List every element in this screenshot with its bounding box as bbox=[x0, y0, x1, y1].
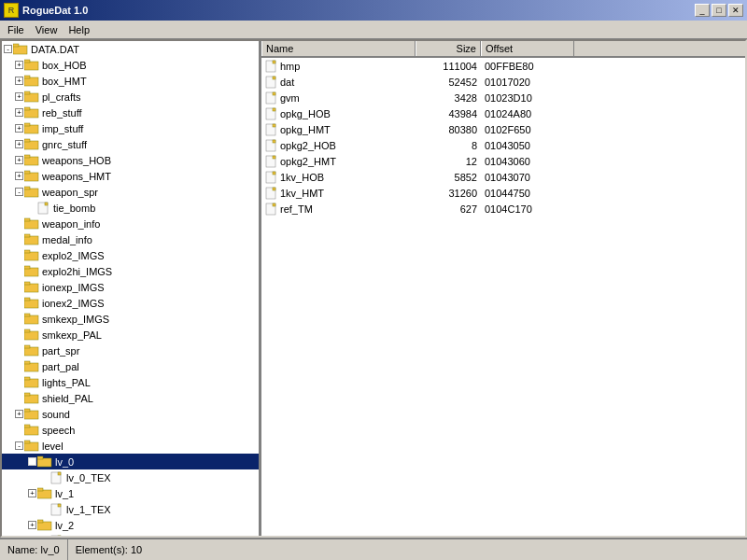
tree-label-box_HMT: box_HMT bbox=[42, 76, 87, 87]
tree-item-shield_PAL[interactable]: shield_PAL bbox=[2, 390, 259, 406]
tree-item-tie_bomb[interactable]: tie_bomb bbox=[2, 200, 259, 216]
list-row[interactable]: hmp11100400FFBE80 bbox=[261, 58, 745, 74]
expand-level[interactable]: - bbox=[15, 441, 23, 450]
list-row[interactable]: ref_TM6270104C170 bbox=[261, 201, 745, 217]
svg-rect-7 bbox=[24, 91, 30, 94]
title-bar-left: R RogueDat 1.0 bbox=[4, 3, 88, 18]
folder-icon-weapon_info bbox=[24, 217, 39, 230]
tree-item-lv_1_TEX[interactable]: lv_1_TEX bbox=[2, 501, 259, 517]
list-row[interactable]: 1kv_HMT3126001044750 bbox=[261, 185, 745, 201]
expand-lv_0[interactable]: + bbox=[28, 457, 36, 466]
tree-item-lights_PAL[interactable]: lights_PAL bbox=[2, 374, 259, 390]
tree-item-explo2hi_IMGS[interactable]: explo2hi_IMGS bbox=[2, 263, 259, 279]
svg-rect-41 bbox=[24, 361, 30, 364]
tree-item-DATA_DAT[interactable]: - DATA.DAT bbox=[2, 41, 259, 57]
minimize-button[interactable]: _ bbox=[695, 4, 710, 17]
expand-pl_crafts[interactable]: + bbox=[15, 92, 23, 101]
expand-weapon_spr[interactable]: - bbox=[15, 188, 23, 196]
list-header: Name Size Offset bbox=[261, 41, 745, 58]
expand-box_HMT[interactable]: + bbox=[15, 77, 23, 85]
expand-weapons_HMT[interactable]: + bbox=[15, 172, 23, 180]
tree-item-lv_0[interactable]: + lv_0 bbox=[2, 454, 259, 469]
tree-label-explo2hi_IMGS: explo2hi_IMGS bbox=[42, 266, 112, 277]
svg-rect-49 bbox=[24, 425, 30, 427]
list-cell-offset: 01024A80 bbox=[481, 108, 574, 119]
file-icon-lv_1_TEX bbox=[50, 503, 63, 516]
tree-item-medal_info[interactable]: medal_info bbox=[2, 231, 259, 247]
tree-item-sound[interactable]: + sound bbox=[2, 406, 259, 422]
svg-rect-31 bbox=[24, 282, 30, 285]
tree-item-lv_1[interactable]: + lv_1 bbox=[2, 485, 259, 501]
tree-item-speech[interactable]: speech bbox=[2, 422, 259, 438]
tree-label-DATA_DAT: DATA.DAT bbox=[31, 44, 79, 55]
col-header-size[interactable]: Size bbox=[416, 41, 481, 56]
tree-item-weapon_spr[interactable]: - weapon_spr bbox=[2, 184, 259, 200]
svg-rect-46 bbox=[24, 411, 38, 419]
svg-rect-52 bbox=[37, 458, 51, 467]
expand-weapons_HOB[interactable]: + bbox=[15, 156, 23, 164]
tree-item-explo2_IMGS[interactable]: explo2_IMGS bbox=[2, 247, 259, 263]
file-icon-list bbox=[265, 60, 278, 73]
list-row[interactable]: opkg_HOB4398401024A80 bbox=[261, 105, 745, 121]
list-cell-offset: 0102F650 bbox=[481, 124, 574, 135]
tree-item-lv_0_TEX[interactable]: lv_0_TEX bbox=[2, 469, 259, 485]
tree-item-pl_crafts[interactable]: + pl_crafts bbox=[2, 89, 259, 105]
col-header-offset[interactable]: Offset bbox=[481, 41, 574, 56]
tree-item-ionex2_IMGS[interactable]: ionex2_IMGS bbox=[2, 295, 259, 311]
expand-sound[interactable]: + bbox=[15, 410, 23, 418]
list-cell-offset: 01023D10 bbox=[481, 92, 574, 104]
list-row[interactable]: opkg_HMT803800102F650 bbox=[261, 121, 745, 137]
expand-gnrc_stuff[interactable]: + bbox=[15, 140, 23, 148]
file-icon-tie_bomb bbox=[37, 202, 50, 215]
folder-icon-lights_PAL bbox=[24, 376, 39, 388]
tree-item-lv_2[interactable]: + lv_2 bbox=[2, 517, 259, 533]
tree-item-ionexp_IMGS[interactable]: ionexp_IMGS bbox=[2, 279, 259, 295]
tree-item-level[interactable]: - level bbox=[2, 438, 259, 454]
folder-icon-smkexp_IMGS bbox=[24, 313, 39, 325]
tree-item-smkexp_PAL[interactable]: smkexp_PAL bbox=[2, 327, 259, 343]
menu-view[interactable]: View bbox=[30, 22, 63, 37]
tree-item-lv_2_TEX[interactable]: lv_2_TEX bbox=[2, 533, 259, 536]
menu-help[interactable]: Help bbox=[63, 22, 95, 37]
tree-item-gnrc_stuff[interactable]: + gnrc_stuff bbox=[2, 136, 259, 152]
tree-item-imp_stuff[interactable]: + imp_stuff bbox=[2, 120, 259, 136]
svg-rect-33 bbox=[24, 298, 30, 301]
svg-rect-10 bbox=[24, 125, 38, 133]
tree-item-box_HOB[interactable]: + box_HOB bbox=[2, 57, 259, 73]
list-cell-name-text: opkg_HOB bbox=[280, 108, 331, 119]
tree-item-weapons_HMT[interactable]: + weapons_HMT bbox=[2, 168, 259, 184]
svg-rect-26 bbox=[24, 252, 38, 260]
list-row[interactable]: gvm342801023D10 bbox=[261, 90, 745, 105]
close-button[interactable]: ✕ bbox=[728, 4, 743, 17]
expand-DATA_DAT[interactable]: - bbox=[4, 45, 12, 53]
tree-item-smkexp_IMGS[interactable]: smkexp_IMGS bbox=[2, 311, 259, 327]
tree-item-part_spr[interactable]: part_spr bbox=[2, 343, 259, 358]
list-row[interactable]: 1kv_HOB585201043070 bbox=[261, 169, 745, 185]
list-row[interactable]: opkg2_HOB801043050 bbox=[261, 137, 745, 153]
expand-box_HOB[interactable]: + bbox=[15, 61, 23, 69]
tree-item-box_HMT[interactable]: + box_HMT bbox=[2, 73, 259, 89]
svg-rect-57 bbox=[37, 488, 43, 491]
list-cell-name: 1kv_HMT bbox=[261, 187, 416, 200]
expand-lv_1[interactable]: + bbox=[28, 489, 36, 497]
expand-reb_stuff[interactable]: + bbox=[15, 108, 23, 117]
folder-icon-pl_crafts bbox=[24, 91, 39, 103]
menu-file[interactable]: File bbox=[2, 22, 30, 37]
folder-icon-ionexp_IMGS bbox=[24, 281, 39, 293]
list-row[interactable]: dat5245201017020 bbox=[261, 74, 745, 90]
col-header-name[interactable]: Name bbox=[261, 41, 416, 56]
tree-label-lv_2_TEX: lv_2_TEX bbox=[66, 536, 111, 537]
tree-panel[interactable]: - DATA.DAT + box_HOB + box_HMT bbox=[2, 41, 261, 536]
tree-item-weapon_info[interactable]: weapon_info bbox=[2, 216, 259, 231]
svg-rect-1 bbox=[13, 44, 19, 47]
maximize-button[interactable]: □ bbox=[712, 4, 726, 17]
expand-lv_2[interactable]: + bbox=[28, 521, 36, 529]
list-row[interactable]: opkg2_HMT1201043060 bbox=[261, 153, 745, 169]
expand-imp_stuff[interactable]: + bbox=[15, 124, 23, 133]
tree-item-part_pal[interactable]: part_pal bbox=[2, 358, 259, 374]
tree-item-reb_stuff[interactable]: + reb_stuff bbox=[2, 105, 259, 120]
tree-item-weapons_HOB[interactable]: + weapons_HOB bbox=[2, 152, 259, 168]
svg-rect-55 bbox=[58, 472, 61, 475]
list-cell-name: 1kv_HOB bbox=[261, 171, 416, 184]
list-cell-name: gvm bbox=[261, 91, 416, 105]
